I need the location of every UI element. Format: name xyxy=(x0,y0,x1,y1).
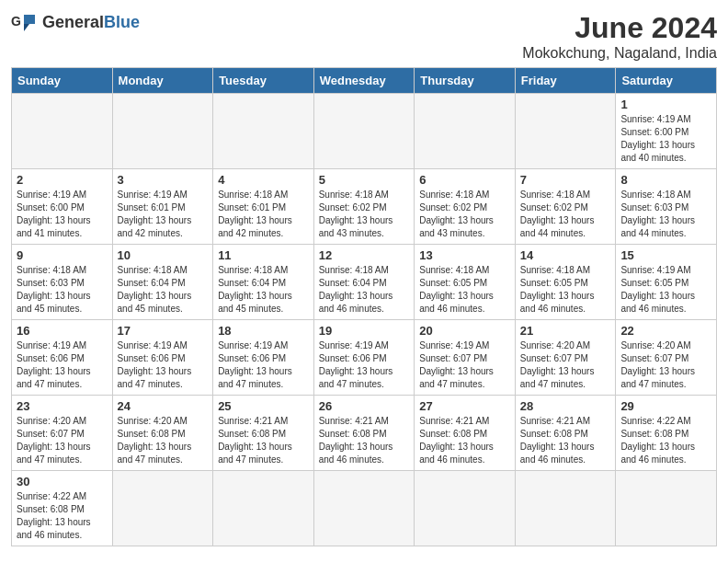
table-row: 15 Sunrise: 4:19 AMSunset: 6:05 PMDaylig… xyxy=(616,245,717,320)
table-row: 9 Sunrise: 4:18 AMSunset: 6:03 PMDayligh… xyxy=(12,245,113,320)
table-row: 28 Sunrise: 4:21 AMSunset: 6:08 PMDaylig… xyxy=(515,396,616,471)
day-info: Sunrise: 4:18 AMSunset: 6:04 PMDaylight:… xyxy=(218,264,309,316)
logo: G GeneralBlue xyxy=(11,11,140,33)
day-info: Sunrise: 4:18 AMSunset: 6:04 PMDaylight:… xyxy=(319,264,410,316)
day-number: 22 xyxy=(620,324,711,338)
day-number: 12 xyxy=(319,248,410,262)
day-info: Sunrise: 4:19 AMSunset: 6:06 PMDaylight:… xyxy=(118,339,209,391)
day-number: 9 xyxy=(17,248,108,262)
col-thursday: Thursday xyxy=(415,68,516,94)
table-row xyxy=(12,94,113,169)
day-info: Sunrise: 4:22 AMSunset: 6:08 PMDaylight:… xyxy=(620,415,711,466)
day-info: Sunrise: 4:18 AMSunset: 6:02 PMDaylight:… xyxy=(319,189,410,240)
table-row: 8 Sunrise: 4:18 AMSunset: 6:03 PMDayligh… xyxy=(616,169,717,245)
day-info: Sunrise: 4:18 AMSunset: 6:02 PMDaylight:… xyxy=(419,189,510,240)
table-row: 23 Sunrise: 4:20 AMSunset: 6:07 PMDaylig… xyxy=(12,396,113,471)
logo-text: GeneralBlue xyxy=(42,13,140,32)
table-row: 29 Sunrise: 4:22 AMSunset: 6:08 PMDaylig… xyxy=(616,396,717,471)
day-info: Sunrise: 4:19 AMSunset: 6:06 PMDaylight:… xyxy=(218,339,309,391)
day-number: 10 xyxy=(118,248,209,262)
day-number: 17 xyxy=(118,324,209,338)
day-number: 6 xyxy=(419,173,510,187)
table-row: 3 Sunrise: 4:19 AMSunset: 6:01 PMDayligh… xyxy=(112,169,213,245)
day-number: 20 xyxy=(419,324,510,338)
logo-blue: Blue xyxy=(104,13,140,31)
table-row: 17 Sunrise: 4:19 AMSunset: 6:06 PMDaylig… xyxy=(112,320,213,396)
day-info: Sunrise: 4:21 AMSunset: 6:08 PMDaylight:… xyxy=(419,415,510,466)
day-number: 30 xyxy=(17,475,108,488)
day-number: 18 xyxy=(218,324,309,338)
day-info: Sunrise: 4:21 AMSunset: 6:08 PMDaylight:… xyxy=(319,415,410,466)
day-info: Sunrise: 4:20 AMSunset: 6:08 PMDaylight:… xyxy=(118,415,209,466)
table-row: 27 Sunrise: 4:21 AMSunset: 6:08 PMDaylig… xyxy=(415,396,516,471)
day-number: 21 xyxy=(520,324,611,338)
table-row: 20 Sunrise: 4:19 AMSunset: 6:07 PMDaylig… xyxy=(415,320,516,396)
header: G GeneralBlue June 2024 Mokokchung, Naga… xyxy=(11,11,717,62)
day-info: Sunrise: 4:18 AMSunset: 6:02 PMDaylight:… xyxy=(520,189,611,240)
table-row xyxy=(515,94,616,169)
table-row: 26 Sunrise: 4:21 AMSunset: 6:08 PMDaylig… xyxy=(313,396,415,471)
table-row xyxy=(313,94,415,169)
day-number: 5 xyxy=(319,173,410,187)
logo-general: General xyxy=(42,13,104,31)
col-wednesday: Wednesday xyxy=(313,68,415,94)
day-info: Sunrise: 4:18 AMSunset: 6:03 PMDaylight:… xyxy=(620,189,711,240)
day-info: Sunrise: 4:18 AMSunset: 6:05 PMDaylight:… xyxy=(419,264,510,316)
calendar-title: June 2024 xyxy=(522,11,717,45)
day-info: Sunrise: 4:21 AMSunset: 6:08 PMDaylight:… xyxy=(520,415,611,466)
table-row xyxy=(112,94,213,169)
day-number: 11 xyxy=(218,248,309,262)
day-info: Sunrise: 4:19 AMSunset: 6:06 PMDaylight:… xyxy=(17,339,108,391)
table-row: 10 Sunrise: 4:18 AMSunset: 6:04 PMDaylig… xyxy=(112,245,213,320)
col-tuesday: Tuesday xyxy=(213,68,314,94)
table-row xyxy=(415,471,516,546)
day-info: Sunrise: 4:20 AMSunset: 6:07 PMDaylight:… xyxy=(520,339,611,391)
day-info: Sunrise: 4:18 AMSunset: 6:03 PMDaylight:… xyxy=(17,264,108,316)
day-info: Sunrise: 4:18 AMSunset: 6:04 PMDaylight:… xyxy=(118,264,209,316)
table-row: 7 Sunrise: 4:18 AMSunset: 6:02 PMDayligh… xyxy=(515,169,616,245)
table-row: 4 Sunrise: 4:18 AMSunset: 6:01 PMDayligh… xyxy=(213,169,314,245)
table-row xyxy=(213,471,314,546)
table-row: 14 Sunrise: 4:18 AMSunset: 6:05 PMDaylig… xyxy=(515,245,616,320)
table-row: 21 Sunrise: 4:20 AMSunset: 6:07 PMDaylig… xyxy=(515,320,616,396)
table-row: 12 Sunrise: 4:18 AMSunset: 6:04 PMDaylig… xyxy=(313,245,415,320)
day-info: Sunrise: 4:19 AMSunset: 6:01 PMDaylight:… xyxy=(118,189,209,240)
day-info: Sunrise: 4:21 AMSunset: 6:08 PMDaylight:… xyxy=(218,415,309,466)
table-row xyxy=(313,471,415,546)
table-row: 1 Sunrise: 4:19 AMSunset: 6:00 PMDayligh… xyxy=(616,94,717,169)
svg-marker-2 xyxy=(24,24,29,31)
table-row xyxy=(616,471,717,546)
day-number: 27 xyxy=(419,399,510,413)
day-number: 15 xyxy=(620,248,711,262)
table-row: 19 Sunrise: 4:19 AMSunset: 6:06 PMDaylig… xyxy=(313,320,415,396)
col-friday: Friday xyxy=(515,68,616,94)
day-info: Sunrise: 4:18 AMSunset: 6:05 PMDaylight:… xyxy=(520,264,611,316)
day-info: Sunrise: 4:20 AMSunset: 6:07 PMDaylight:… xyxy=(620,339,711,391)
day-number: 28 xyxy=(520,399,611,413)
day-number: 4 xyxy=(218,173,309,187)
table-row xyxy=(112,471,213,546)
day-number: 26 xyxy=(319,399,410,413)
day-number: 29 xyxy=(620,399,711,413)
day-info: Sunrise: 4:19 AMSunset: 6:00 PMDaylight:… xyxy=(17,189,108,240)
col-sunday: Sunday xyxy=(12,68,113,94)
day-info: Sunrise: 4:20 AMSunset: 6:07 PMDaylight:… xyxy=(17,415,108,466)
logo-icon: G xyxy=(11,11,39,33)
table-row: 2 Sunrise: 4:19 AMSunset: 6:00 PMDayligh… xyxy=(12,169,113,245)
table-row: 16 Sunrise: 4:19 AMSunset: 6:06 PMDaylig… xyxy=(12,320,113,396)
day-info: Sunrise: 4:22 AMSunset: 6:08 PMDaylight:… xyxy=(17,490,108,542)
day-number: 14 xyxy=(520,248,611,262)
day-info: Sunrise: 4:18 AMSunset: 6:01 PMDaylight:… xyxy=(218,189,309,240)
calendar-table: Sunday Monday Tuesday Wednesday Thursday… xyxy=(11,67,717,546)
day-info: Sunrise: 4:19 AMSunset: 6:00 PMDaylight:… xyxy=(620,113,711,165)
day-info: Sunrise: 4:19 AMSunset: 6:07 PMDaylight:… xyxy=(419,339,510,391)
table-row: 24 Sunrise: 4:20 AMSunset: 6:08 PMDaylig… xyxy=(112,396,213,471)
day-number: 16 xyxy=(17,324,108,338)
day-number: 19 xyxy=(319,324,410,338)
calendar-subtitle: Mokokchung, Nagaland, India xyxy=(522,45,717,62)
title-area: June 2024 Mokokchung, Nagaland, India xyxy=(522,11,717,62)
day-number: 2 xyxy=(17,173,108,187)
table-row xyxy=(213,94,314,169)
table-row: 11 Sunrise: 4:18 AMSunset: 6:04 PMDaylig… xyxy=(213,245,314,320)
table-row: 5 Sunrise: 4:18 AMSunset: 6:02 PMDayligh… xyxy=(313,169,415,245)
